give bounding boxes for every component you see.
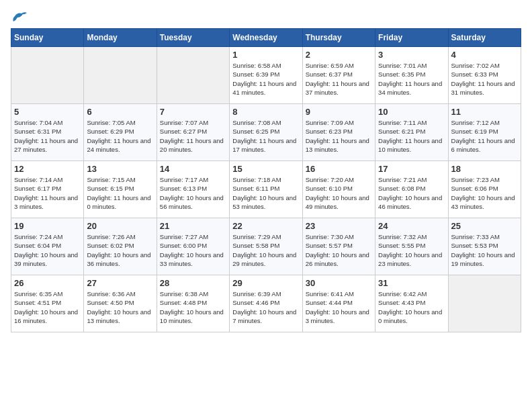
calendar-cell: 18Sunrise: 7:23 AM Sunset: 6:06 PM Dayli…: [448, 161, 521, 218]
day-info: Sunrise: 7:12 AM Sunset: 6:19 PM Dayligh…: [451, 118, 518, 154]
day-number: 14: [160, 164, 226, 174]
calendar-cell: 19Sunrise: 7:24 AM Sunset: 6:04 PM Dayli…: [11, 218, 84, 275]
calendar-cell: 12Sunrise: 7:14 AM Sunset: 6:17 PM Dayli…: [11, 161, 84, 218]
calendar-cell: 1Sunrise: 6:58 AM Sunset: 6:39 PM Daylig…: [230, 47, 302, 104]
calendar-cell: 17Sunrise: 7:21 AM Sunset: 6:08 PM Dayli…: [375, 161, 448, 218]
logo-bird-icon: [12, 11, 27, 23]
column-header-sunday: Sunday: [11, 29, 84, 47]
day-info: Sunrise: 7:26 AM Sunset: 6:02 PM Dayligh…: [87, 232, 153, 268]
day-number: 19: [14, 221, 81, 231]
day-info: Sunrise: 7:07 AM Sunset: 6:27 PM Dayligh…: [160, 118, 226, 154]
day-number: 21: [160, 221, 226, 231]
day-info: Sunrise: 7:27 AM Sunset: 6:00 PM Dayligh…: [160, 232, 226, 268]
calendar-cell: 26Sunrise: 6:35 AM Sunset: 4:51 PM Dayli…: [11, 275, 84, 332]
calendar-cell: 20Sunrise: 7:26 AM Sunset: 6:02 PM Dayli…: [84, 218, 157, 275]
column-header-wednesday: Wednesday: [230, 29, 302, 47]
day-info: Sunrise: 6:42 AM Sunset: 4:43 PM Dayligh…: [378, 289, 445, 325]
day-number: 25: [451, 221, 518, 231]
day-number: 13: [87, 164, 153, 174]
day-info: Sunrise: 7:18 AM Sunset: 6:11 PM Dayligh…: [232, 175, 299, 211]
calendar-week-row: 19Sunrise: 7:24 AM Sunset: 6:04 PM Dayli…: [11, 218, 521, 275]
column-header-tuesday: Tuesday: [157, 29, 229, 47]
logo: [11, 11, 27, 20]
day-info: Sunrise: 7:09 AM Sunset: 6:23 PM Dayligh…: [306, 118, 372, 154]
day-number: 28: [160, 278, 226, 288]
day-info: Sunrise: 7:11 AM Sunset: 6:21 PM Dayligh…: [378, 118, 445, 154]
day-info: Sunrise: 6:35 AM Sunset: 4:51 PM Dayligh…: [14, 289, 81, 325]
calendar-cell: 30Sunrise: 6:41 AM Sunset: 4:44 PM Dayli…: [302, 275, 375, 332]
day-number: 18: [451, 164, 518, 174]
day-number: 26: [14, 278, 81, 288]
calendar-cell: [11, 47, 84, 104]
day-info: Sunrise: 7:04 AM Sunset: 6:31 PM Dayligh…: [14, 118, 81, 154]
day-info: Sunrise: 6:38 AM Sunset: 4:48 PM Dayligh…: [160, 289, 226, 325]
calendar-cell: 2Sunrise: 6:59 AM Sunset: 6:37 PM Daylig…: [302, 47, 375, 104]
calendar-week-row: 12Sunrise: 7:14 AM Sunset: 6:17 PM Dayli…: [11, 161, 521, 218]
calendar-week-row: 5Sunrise: 7:04 AM Sunset: 6:31 PM Daylig…: [11, 104, 521, 161]
day-info: Sunrise: 6:36 AM Sunset: 4:50 PM Dayligh…: [87, 289, 153, 325]
column-header-thursday: Thursday: [302, 29, 375, 47]
day-info: Sunrise: 6:41 AM Sunset: 4:44 PM Dayligh…: [306, 289, 372, 325]
calendar-cell: 21Sunrise: 7:27 AM Sunset: 6:00 PM Dayli…: [157, 218, 229, 275]
column-header-friday: Friday: [375, 29, 448, 47]
day-number: 9: [306, 107, 372, 117]
day-number: 17: [378, 164, 445, 174]
calendar-week-row: 26Sunrise: 6:35 AM Sunset: 4:51 PM Dayli…: [11, 275, 521, 332]
calendar-cell: 7Sunrise: 7:07 AM Sunset: 6:27 PM Daylig…: [157, 104, 229, 161]
day-info: Sunrise: 6:39 AM Sunset: 4:46 PM Dayligh…: [232, 289, 299, 325]
day-number: 5: [14, 107, 81, 117]
calendar-cell: 14Sunrise: 7:17 AM Sunset: 6:13 PM Dayli…: [157, 161, 229, 218]
day-number: 31: [378, 278, 445, 288]
day-number: 12: [14, 164, 81, 174]
calendar-cell: 8Sunrise: 7:08 AM Sunset: 6:25 PM Daylig…: [230, 104, 302, 161]
calendar-table: SundayMondayTuesdayWednesdayThursdayFrid…: [11, 28, 521, 332]
day-info: Sunrise: 7:23 AM Sunset: 6:06 PM Dayligh…: [451, 175, 518, 211]
day-number: 10: [378, 107, 445, 117]
day-number: 1: [232, 50, 299, 60]
calendar-cell: 3Sunrise: 7:01 AM Sunset: 6:35 PM Daylig…: [375, 47, 448, 104]
day-info: Sunrise: 7:01 AM Sunset: 6:35 PM Dayligh…: [378, 61, 445, 97]
day-number: 29: [232, 278, 299, 288]
calendar-cell: [157, 47, 229, 104]
day-number: 15: [232, 164, 299, 174]
calendar-cell: 28Sunrise: 6:38 AM Sunset: 4:48 PM Dayli…: [157, 275, 229, 332]
calendar-cell: 5Sunrise: 7:04 AM Sunset: 6:31 PM Daylig…: [11, 104, 84, 161]
day-info: Sunrise: 7:20 AM Sunset: 6:10 PM Dayligh…: [306, 175, 372, 211]
calendar-cell: 6Sunrise: 7:05 AM Sunset: 6:29 PM Daylig…: [84, 104, 157, 161]
calendar-cell: 13Sunrise: 7:15 AM Sunset: 6:15 PM Dayli…: [84, 161, 157, 218]
day-number: 20: [87, 221, 153, 231]
day-number: 27: [87, 278, 153, 288]
day-number: 22: [232, 221, 299, 231]
day-info: Sunrise: 7:02 AM Sunset: 6:33 PM Dayligh…: [451, 61, 518, 97]
day-info: Sunrise: 7:29 AM Sunset: 5:58 PM Dayligh…: [232, 232, 299, 268]
calendar-cell: 16Sunrise: 7:20 AM Sunset: 6:10 PM Dayli…: [302, 161, 375, 218]
calendar-cell: 25Sunrise: 7:33 AM Sunset: 5:53 PM Dayli…: [448, 218, 521, 275]
column-header-monday: Monday: [84, 29, 157, 47]
day-info: Sunrise: 6:59 AM Sunset: 6:37 PM Dayligh…: [306, 61, 372, 97]
day-number: 30: [306, 278, 372, 288]
calendar-cell: [84, 47, 157, 104]
day-info: Sunrise: 7:32 AM Sunset: 5:55 PM Dayligh…: [378, 232, 445, 268]
day-number: 16: [306, 164, 372, 174]
calendar-cell: 24Sunrise: 7:32 AM Sunset: 5:55 PM Dayli…: [375, 218, 448, 275]
day-number: 24: [378, 221, 445, 231]
calendar-header-row: SundayMondayTuesdayWednesdayThursdayFrid…: [11, 29, 521, 47]
day-number: 2: [306, 50, 372, 60]
day-number: 4: [451, 50, 518, 60]
day-number: 3: [378, 50, 445, 60]
column-header-saturday: Saturday: [448, 29, 521, 47]
day-info: Sunrise: 7:24 AM Sunset: 6:04 PM Dayligh…: [14, 232, 81, 268]
calendar-cell: 29Sunrise: 6:39 AM Sunset: 4:46 PM Dayli…: [230, 275, 302, 332]
day-number: 8: [232, 107, 299, 117]
day-info: Sunrise: 7:14 AM Sunset: 6:17 PM Dayligh…: [14, 175, 81, 211]
calendar-cell: [448, 275, 521, 332]
day-info: Sunrise: 7:33 AM Sunset: 5:53 PM Dayligh…: [451, 232, 518, 268]
calendar-cell: 10Sunrise: 7:11 AM Sunset: 6:21 PM Dayli…: [375, 104, 448, 161]
calendar-cell: 31Sunrise: 6:42 AM Sunset: 4:43 PM Dayli…: [375, 275, 448, 332]
day-info: Sunrise: 7:30 AM Sunset: 5:57 PM Dayligh…: [306, 232, 372, 268]
calendar-cell: 4Sunrise: 7:02 AM Sunset: 6:33 PM Daylig…: [448, 47, 521, 104]
calendar-cell: 15Sunrise: 7:18 AM Sunset: 6:11 PM Dayli…: [230, 161, 302, 218]
calendar-cell: 23Sunrise: 7:30 AM Sunset: 5:57 PM Dayli…: [302, 218, 375, 275]
day-number: 23: [306, 221, 372, 231]
day-info: Sunrise: 7:15 AM Sunset: 6:15 PM Dayligh…: [87, 175, 153, 211]
